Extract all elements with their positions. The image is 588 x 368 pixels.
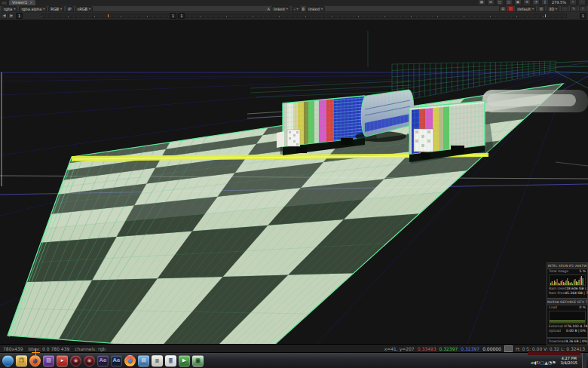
viewer-top-icons: ▦ ⇄ ◱ ◫ ▣ ⚙ ◔ ∥ 279.5% + – [478, 0, 586, 5]
hsvl-readout: H: 0 S: 0.00 V: 0.32 L: 0.32413 [516, 346, 585, 351]
cpu-panel-title: INTEL XEON E5-2687W [547, 263, 587, 269]
prev-frame-icon[interactable]: ◀ [2, 13, 7, 19]
taskbar: ❐◕▨▸◉◉AeAe●▤≡≣▶▣ ▰◖↻▢▲◔⚑ 4:27 PM 3/4/201… [0, 352, 588, 368]
clipping-icon[interactable]: ▣ [514, 0, 522, 5]
grid-layout-icon[interactable]: ▦ [478, 0, 485, 5]
tray-flag-icon[interactable]: ⚑ [552, 360, 556, 365]
download-graph-strip [528, 352, 580, 355]
roi-active-icon[interactable] [508, 6, 513, 11]
upload-row: Upload 0.00 B | 0% [547, 329, 587, 333]
playback-controls: ◀ ▶ 1 [2, 13, 23, 19]
a-buffer-label: A [267, 7, 269, 11]
system-tray: ▰◖↻▢▲◔⚑ 4:27 PM 3/4/2015 [531, 353, 588, 368]
tray-icons: ▰◖↻▢▲◔⚑ [531, 353, 556, 368]
chevron-down-icon: ▾ [297, 7, 299, 11]
film-reel-icon-2[interactable]: ◉ [84, 355, 95, 366]
media-player-icon[interactable]: ▶ [179, 355, 190, 366]
after-effects-icon[interactable]: Ae [97, 355, 109, 366]
gpu-panel-title: NVIDIA GEFORCE GTX TITAN BL… [547, 299, 587, 305]
alpha-value: 0.00000 [482, 346, 501, 351]
current-frame-field[interactable]: 1 [16, 13, 23, 19]
cpu-monitor-panel: INTEL XEON E5-2687W Total Usage 5 % Ram … [547, 262, 588, 299]
range-in-field[interactable]: 1 [170, 13, 176, 19]
swap-buffers-icon[interactable]: ⇄ [487, 0, 495, 5]
gpu-monitor-panel: NVIDIA GEFORCE GTX TITAN BL… Load 0 % Ex… [547, 299, 588, 338]
download-label: Download [549, 339, 565, 344]
close-icon[interactable]: × [29, 0, 32, 5]
clock-date: 3/4/2015 [561, 360, 577, 365]
chrome-icon[interactable]: ● [124, 355, 136, 366]
viewer-timeline: ◀ ▶ 1 1 1 1 [0, 11, 588, 20]
b-buffer-label: B [302, 7, 305, 11]
chevron-down-icon: ▾ [532, 7, 534, 11]
green-value: 0.32397 [439, 346, 458, 351]
chevron-down-icon: ▾ [89, 7, 90, 11]
download-value: 4.26 kB | 0% [565, 339, 587, 344]
color-swatch [504, 345, 513, 352]
pixel-readout: x=41, y=207 0.33493 0.32397 0.32397 0.00… [384, 345, 585, 352]
photo-viewer-icon[interactable]: ▨ [43, 355, 54, 366]
explorer-icon[interactable]: ❐ [16, 355, 27, 366]
adobe-app-icon[interactable]: Ae [111, 355, 122, 366]
viewer-toolbar: rgba▾ rgba.alpha▾ RGB▾ IP sRGB▾ A linked… [0, 5, 588, 11]
gpu-load-row: Load 0 % [547, 305, 587, 310]
viewer-tab[interactable]: Viewer1 × [9, 0, 35, 5]
taskbar-app-icons: ❐◕▨▸◉◉AeAe●▤≡≣▶▣ [0, 355, 204, 366]
pictures-icon[interactable]: ▤ [138, 355, 149, 366]
red-value: 0.33493 [418, 346, 436, 351]
frame-range-fields: 1 1 [170, 13, 185, 19]
zoom-out-icon[interactable]: – [578, 0, 586, 5]
fps-field[interactable]: 1 [580, 13, 586, 19]
chevron-down-icon: ▾ [43, 7, 44, 11]
timeline-right-controls: 1 [580, 13, 586, 19]
pause-icon[interactable]: ∥ [541, 0, 549, 5]
chevron-down-icon: ▾ [14, 7, 15, 11]
roi-icon[interactable]: ◱ [496, 0, 504, 5]
viewer-tab-bar: Viewer1 × ▦ ⇄ ◱ ◫ ▣ ⚙ ◔ ∥ 279.5% + – [0, 0, 588, 5]
gpu-history-graph [549, 311, 586, 324]
viewer-tab-label: Viewer1 [12, 0, 27, 5]
blue-value: 0.32397 [461, 346, 479, 351]
gear-icon[interactable]: ⚙ [523, 0, 531, 5]
zoom-in-icon[interactable]: + [569, 0, 577, 5]
crosshair-cursor [32, 348, 40, 357]
cpu-usage-row: Total Usage 5 % [547, 269, 587, 274]
zoom-level[interactable]: 279.5% [550, 0, 568, 5]
show-desktop-button[interactable] [582, 353, 586, 368]
notepad-icon[interactable]: ≡ [152, 355, 163, 366]
document-icon[interactable]: ≣ [165, 355, 176, 366]
film-reel-icon[interactable]: ◉ [70, 355, 81, 366]
viewer-header: Viewer1 × ▦ ⇄ ◱ ◫ ▣ ⚙ ◔ ∥ 279.5% + – rgb… [0, 0, 588, 19]
proxy-icon[interactable]: ◫ [505, 0, 513, 5]
taskbar-clock[interactable]: 4:27 PM 3/4/2015 [558, 356, 580, 365]
range-out-field[interactable]: 1 [178, 13, 185, 19]
next-frame-icon[interactable]: ▶ [8, 13, 14, 19]
timeline-ruler[interactable] [41, 14, 567, 18]
red-media-icon[interactable]: ▸ [57, 355, 68, 366]
download-monitor-row: Download 4.26 kB | 0% [547, 338, 588, 345]
resolution-readout: 780x439 [3, 346, 23, 351]
viewport-3d-scene[interactable] [0, 19, 588, 344]
cursor-position: x=41, y=207 [384, 346, 415, 351]
chevron-down-icon: ▾ [286, 7, 288, 11]
cpu-history-graph [549, 274, 586, 286]
timeline-marker[interactable] [545, 14, 546, 17]
chevron-down-icon: ▾ [60, 7, 62, 11]
ram-free-row: Ram Free 45.364 GB | 71% [547, 291, 587, 296]
vnc-icon[interactable]: ▣ [192, 355, 204, 366]
pane-layout-icon[interactable] [1, 1, 8, 5]
channels-readout: channels: rgb [75, 346, 106, 351]
chevron-down-icon: ▾ [321, 7, 323, 11]
nuke-application-window: Viewer1 × ▦ ⇄ ◱ ◫ ▣ ⚙ ◔ ∥ 279.5% + – rgb… [0, 0, 588, 368]
start-orb[interactable] [2, 355, 14, 366]
timeline-playhead[interactable] [108, 14, 109, 17]
info-icon[interactable]: ◔ [532, 0, 540, 5]
chevron-down-icon: ▾ [556, 7, 557, 11]
